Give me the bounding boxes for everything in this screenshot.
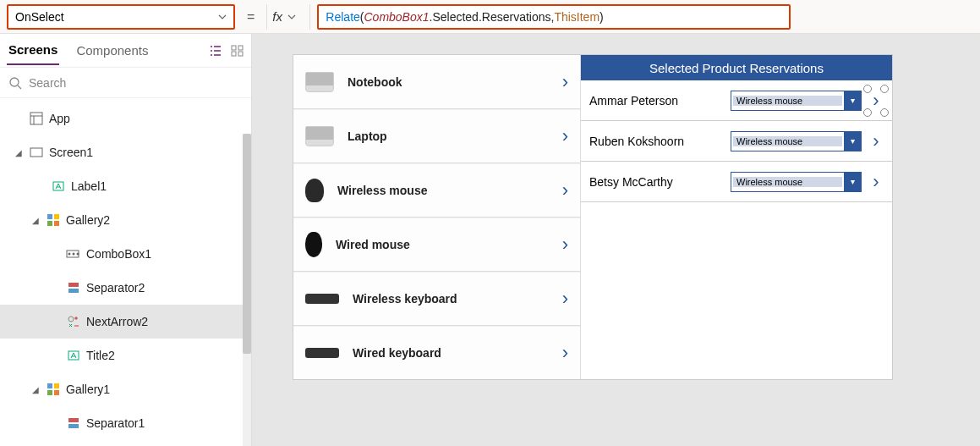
label-icon	[66, 348, 81, 363]
svg-line-5	[18, 85, 21, 89]
tree-separator1[interactable]: Separator1	[0, 406, 251, 440]
gallery-icon	[46, 382, 61, 397]
tree-search[interactable]: Search	[0, 68, 251, 98]
scrollbar-thumb[interactable]	[243, 134, 251, 354]
combobox-value: Wireless mouse	[733, 177, 842, 187]
gallery-icon	[46, 212, 61, 228]
caret-icon[interactable]: ◢	[14, 148, 24, 157]
svg-point-17	[73, 253, 75, 256]
svg-rect-24	[54, 383, 59, 388]
tree-combobox1[interactable]: ComboBox1	[0, 237, 251, 271]
tree-label1[interactable]: Label1	[0, 169, 251, 203]
product-image	[305, 232, 322, 257]
selection-handle[interactable]	[880, 85, 889, 93]
search-placeholder: Search	[29, 76, 66, 90]
tree-scrollbar[interactable]	[243, 134, 251, 446]
chevron-right-icon[interactable]: ›	[868, 171, 884, 193]
svg-rect-25	[47, 390, 52, 395]
product-combobox[interactable]: Wireless mouse ▾	[731, 172, 862, 192]
tree-items: App ◢ Screen1 Label1 ◢ Gallery2 ComboBox…	[0, 98, 251, 446]
tree-label: Gallery2	[66, 213, 110, 227]
fx-dropdown[interactable]: fx	[266, 4, 310, 30]
caret-icon[interactable]: ◢	[30, 216, 41, 225]
app-frame: Notebook › Laptop › Wireless mouse › Wir…	[293, 54, 893, 380]
tab-components[interactable]: Components	[74, 36, 150, 64]
svg-rect-20	[68, 289, 79, 293]
list-icon[interactable]	[209, 45, 222, 57]
svg-rect-6	[30, 113, 42, 124]
svg-point-4	[10, 78, 19, 86]
tree-title2[interactable]: Title2	[0, 339, 251, 372]
tree-panel: Screens Components Search App ◢ Screen1	[0, 34, 252, 446]
product-row[interactable]: Wired mouse ›	[293, 217, 580, 272]
svg-rect-14	[54, 221, 59, 226]
separator-icon	[66, 416, 81, 431]
svg-rect-0	[232, 46, 236, 50]
chevron-right-icon[interactable]: ›	[562, 71, 568, 93]
label-icon	[51, 179, 66, 194]
tab-screens[interactable]: Screens	[7, 36, 59, 65]
product-row[interactable]: Notebook ›	[293, 55, 580, 109]
chevron-right-icon[interactable]: ›	[562, 288, 568, 310]
chevron-right-icon[interactable]: ›	[562, 179, 568, 201]
person-name: Ammar Peterson	[589, 94, 724, 107]
product-row[interactable]: Wireless mouse ›	[293, 163, 580, 217]
svg-rect-2	[232, 52, 236, 56]
product-image	[305, 72, 334, 92]
chevron-down-icon[interactable]: ▾	[844, 173, 861, 191]
formula-this: ThisItem	[554, 10, 599, 24]
svg-rect-9	[30, 148, 42, 157]
canvas: Notebook › Laptop › Wireless mouse › Wir…	[252, 34, 980, 446]
svg-rect-26	[54, 390, 59, 395]
product-image	[305, 348, 339, 358]
app-icon	[29, 111, 44, 126]
nextarrow-icon	[66, 314, 81, 329]
chevron-right-icon[interactable]: ›	[562, 342, 568, 364]
caret-icon[interactable]: ◢	[30, 385, 41, 394]
product-row[interactable]: Wired keyboard ›	[293, 326, 580, 379]
product-combobox[interactable]: Wireless mouse ▾	[731, 131, 862, 151]
selection-handle[interactable]	[863, 85, 872, 93]
product-row[interactable]: Wireless keyboard ›	[293, 272, 580, 326]
reservations-panel: Selected Product Reservations Ammar Pete…	[581, 55, 892, 379]
formula-obj: ComboBox1	[364, 10, 429, 24]
chevron-down-icon[interactable]: ▾	[844, 132, 861, 151]
tree-gallery2[interactable]: ◢ Gallery2	[0, 203, 251, 237]
selection-handle[interactable]	[880, 108, 889, 117]
equals-sign: =	[242, 9, 260, 25]
selection-handle[interactable]	[863, 108, 872, 117]
product-combobox[interactable]: Wireless mouse ▾	[731, 91, 862, 111]
product-image	[305, 294, 339, 304]
person-name: Betsy McCarthy	[589, 175, 724, 189]
reservation-row[interactable]: Ammar Peterson Wireless mouse ▾ ›	[581, 80, 892, 121]
tree-label: Separator1	[86, 416, 145, 430]
chevron-right-icon[interactable]: ›	[562, 234, 568, 256]
svg-point-18	[77, 253, 79, 256]
product-name: Wired mouse	[336, 238, 549, 251]
chevron-down-icon	[287, 13, 296, 21]
chevron-right-icon[interactable]: ›	[868, 90, 884, 112]
tree-gallery1[interactable]: ◢ Gallery1	[0, 372, 251, 406]
svg-rect-12	[54, 214, 59, 219]
tree-nextarrow2[interactable]: NextArrow2	[0, 305, 251, 339]
formula-bar: OnSelect = fx Relate ( ComboBox1 .Select…	[0, 0, 980, 34]
tree-separator2[interactable]: Separator2	[0, 271, 251, 305]
formula-input[interactable]: Relate ( ComboBox1 .Selected.Reservation…	[317, 4, 791, 30]
search-icon	[8, 76, 22, 90]
grid-icon[interactable]	[231, 45, 244, 57]
product-name: Wireless keyboard	[353, 292, 549, 306]
main-area: Screens Components Search App ◢ Screen1	[0, 34, 980, 446]
chevron-down-icon[interactable]: ▾	[844, 91, 861, 110]
product-row[interactable]: Laptop ›	[293, 109, 580, 163]
property-dropdown[interactable]: OnSelect	[7, 4, 235, 30]
chevron-right-icon[interactable]: ›	[562, 125, 568, 147]
reservation-row[interactable]: Betsy McCarthy Wireless mouse ▾ ›	[581, 162, 892, 202]
chevron-right-icon[interactable]: ›	[868, 130, 884, 152]
product-gallery: Notebook › Laptop › Wireless mouse › Wir…	[293, 55, 581, 379]
tree-screen1[interactable]: ◢ Screen1	[0, 135, 251, 169]
reservation-row[interactable]: Ruben Kokshoorn Wireless mouse ▾ ›	[581, 121, 892, 162]
tree-label: NextArrow2	[86, 315, 148, 328]
next-arrow-selected[interactable]: ›	[868, 90, 884, 112]
tree-app[interactable]: App	[0, 102, 251, 135]
product-name: Wireless mouse	[337, 184, 549, 197]
